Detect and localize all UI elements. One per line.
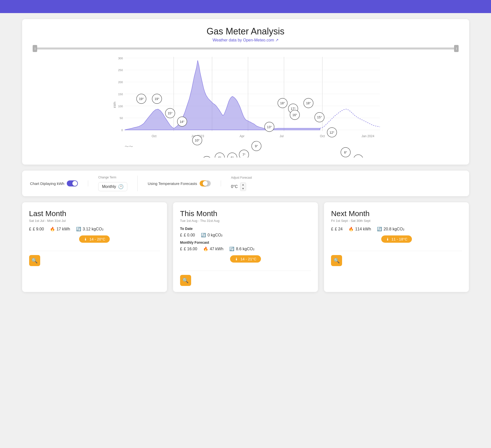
term-selector[interactable]: Monthly 🕐 bbox=[98, 182, 127, 191]
monthly-forecast-stats: £ £ 16.00 🔥 47 kWh 🔄 8.6 kgCO₂ bbox=[180, 246, 311, 251]
this-month-card: This Month Tue 1st Aug - Thu 31st Aug To… bbox=[173, 202, 318, 292]
svg-text:100: 100 bbox=[118, 105, 123, 108]
energy-icon: 🔥 bbox=[50, 227, 55, 231]
last-month-stats: £ £ 9.00 🔥 17 kWh 🔄 3.12 kgCO₂ bbox=[29, 227, 160, 231]
adjust-spinbox[interactable]: ▲ ▼ bbox=[240, 182, 246, 191]
svg-text:9°: 9° bbox=[255, 144, 258, 148]
to-date-co2: 🔄 0 kgCO₂ bbox=[201, 233, 223, 237]
next-month-energy: 🔥 114 kWh bbox=[349, 227, 371, 231]
chart-display-control: Chart Diplaying kWh bbox=[30, 180, 88, 186]
spinbox-down[interactable]: ▼ bbox=[240, 187, 246, 191]
svg-point-62 bbox=[353, 155, 363, 158]
last-month-cost: £ £ 9.00 bbox=[29, 227, 44, 231]
adjust-forecast-label: Adjust Forecast bbox=[231, 176, 252, 179]
svg-text:〜〜: 〜〜 bbox=[124, 144, 133, 149]
energy-icon: 🔥 bbox=[349, 227, 354, 231]
change-term-control: Change Term Monthly 🕐 bbox=[88, 176, 138, 191]
last-month-title: Last Month bbox=[29, 209, 160, 218]
divider bbox=[29, 251, 160, 251]
controls-card: Chart Diplaying kWh Change Term Monthly … bbox=[22, 171, 469, 196]
last-month-energy: 🔥 17 kWh bbox=[50, 227, 70, 231]
svg-text:250: 250 bbox=[118, 69, 123, 72]
this-month-zoom-button[interactable]: 🔍 bbox=[180, 275, 191, 286]
cost-icon: £ bbox=[331, 227, 333, 231]
adjust-forecast-control: Adjust Forecast 0°C ▲ ▼ bbox=[221, 176, 262, 191]
weather-link[interactable]: Weather data by Open-Meteo.com ↗ bbox=[212, 38, 279, 42]
next-month-dates: Fri 1st Sept - Sat 30th Sept bbox=[331, 219, 462, 223]
last-month-card: Last Month Sat 1st Jul - Mon 31st Jul £ … bbox=[22, 202, 167, 292]
svg-text:kWh: kWh bbox=[113, 102, 116, 108]
svg-text:Jul: Jul bbox=[280, 134, 284, 138]
adjust-value: 0°C bbox=[231, 184, 239, 189]
term-value: Monthly bbox=[102, 184, 116, 189]
temp-forecast-toggle[interactable] bbox=[200, 180, 211, 186]
svg-text:19°: 19° bbox=[154, 97, 159, 101]
svg-text:16°: 16° bbox=[292, 113, 297, 117]
forecast-adjust-row: 0°C ▲ ▼ bbox=[231, 182, 246, 191]
chart-display-toggle[interactable] bbox=[67, 180, 78, 186]
svg-text:12°: 12° bbox=[330, 131, 334, 134]
spinbox-up[interactable]: ▲ bbox=[240, 183, 246, 187]
chart-display-label: Chart Diplaying kWh bbox=[30, 181, 65, 186]
next-month-title: Next Month bbox=[331, 209, 462, 218]
temp-forecast-knob bbox=[203, 181, 208, 186]
svg-text:15°: 15° bbox=[168, 112, 172, 115]
svg-text:150: 150 bbox=[118, 93, 123, 96]
svg-text:13°: 13° bbox=[267, 125, 272, 129]
chart-display-knob bbox=[72, 181, 77, 186]
chart-subtitle: Weather data by Open-Meteo.com ↗ bbox=[30, 38, 461, 42]
co2-icon: 🔄 bbox=[76, 227, 81, 231]
forecast-energy: 🔥 47 kWh bbox=[203, 246, 223, 251]
co2-icon: 🔄 bbox=[229, 246, 234, 251]
svg-text:18°: 18° bbox=[280, 102, 285, 105]
svg-text:15°: 15° bbox=[317, 116, 322, 119]
svg-text:10°: 10° bbox=[195, 139, 199, 142]
svg-text:300: 300 bbox=[118, 57, 123, 60]
svg-text:7°: 7° bbox=[242, 153, 245, 157]
divider bbox=[180, 271, 311, 271]
svg-text:0: 0 bbox=[121, 129, 123, 132]
external-link-icon: ↗ bbox=[275, 38, 279, 42]
forecast-cost: £ £ 16.00 bbox=[180, 247, 197, 251]
next-month-card: Next Month Fri 1st Sept - Sat 30th Sept … bbox=[324, 202, 469, 292]
range-slider[interactable] bbox=[30, 47, 461, 49]
this-month-title: This Month bbox=[180, 209, 311, 218]
thermometer-icon: 🌡 bbox=[235, 257, 238, 261]
cost-icon: £ bbox=[180, 247, 182, 251]
svg-text:19°: 19° bbox=[139, 97, 144, 101]
chart-area: kWh 300 250 200 150 100 50 0 bbox=[30, 52, 461, 158]
last-month-dates: Sat 1st Jul - Mon 31st Jul bbox=[29, 219, 160, 223]
last-month-zoom-button[interactable]: 🔍 bbox=[29, 255, 40, 266]
svg-text:Oct: Oct bbox=[320, 134, 325, 138]
last-month-temp: 🌡 14 - 20°C bbox=[79, 235, 110, 243]
svg-text:6°: 6° bbox=[218, 156, 221, 158]
to-date-stats: £ £ 0.00 🔄 0 kgCO₂ bbox=[180, 233, 311, 237]
temp-forecast-label: Using Temperature Forecasts bbox=[148, 181, 197, 186]
svg-point-36 bbox=[202, 156, 211, 158]
thermometer-icon: 🌡 bbox=[84, 237, 87, 241]
this-month-dates: Tue 1st Aug - Thu 31st Aug bbox=[180, 219, 311, 223]
forecast-co2: 🔄 8.6 kgCO₂ bbox=[229, 246, 254, 251]
monthly-forecast-label: Monthly Forecast bbox=[180, 240, 311, 244]
last-month-co2: 🔄 3.12 kgCO₂ bbox=[76, 227, 103, 231]
next-month-zoom-button[interactable]: 🔍 bbox=[331, 255, 342, 266]
thermometer-icon: 🌡 bbox=[386, 237, 390, 241]
cost-icon: £ bbox=[29, 227, 31, 231]
to-date-label: To Date bbox=[180, 227, 311, 231]
range-thumb-right[interactable] bbox=[454, 45, 459, 52]
range-track bbox=[33, 47, 459, 49]
page-title: Gas Meter Analysis bbox=[30, 26, 461, 37]
next-month-stats: £ £ 24 🔥 114 kWh 🔄 20.8 kgCO₂ bbox=[331, 227, 462, 231]
svg-text:Jan 2024: Jan 2024 bbox=[361, 134, 374, 138]
month-cards: Last Month Sat 1st Jul - Mon 31st Jul £ … bbox=[22, 202, 469, 292]
to-date-cost: £ £ 0.00 bbox=[180, 233, 195, 237]
co2-icon: 🔄 bbox=[201, 233, 206, 237]
svg-text:6°: 6° bbox=[231, 156, 234, 158]
energy-icon: 🔥 bbox=[203, 246, 208, 251]
svg-text:Oct: Oct bbox=[151, 134, 156, 138]
next-month-temp: 🌡 11 - 18°C bbox=[381, 235, 412, 243]
top-bar bbox=[0, 0, 491, 13]
range-thumb-left[interactable] bbox=[33, 45, 37, 52]
next-month-co2: 🔄 20.8 kgCO₂ bbox=[377, 227, 404, 231]
clock-icon: 🕐 bbox=[118, 184, 124, 189]
